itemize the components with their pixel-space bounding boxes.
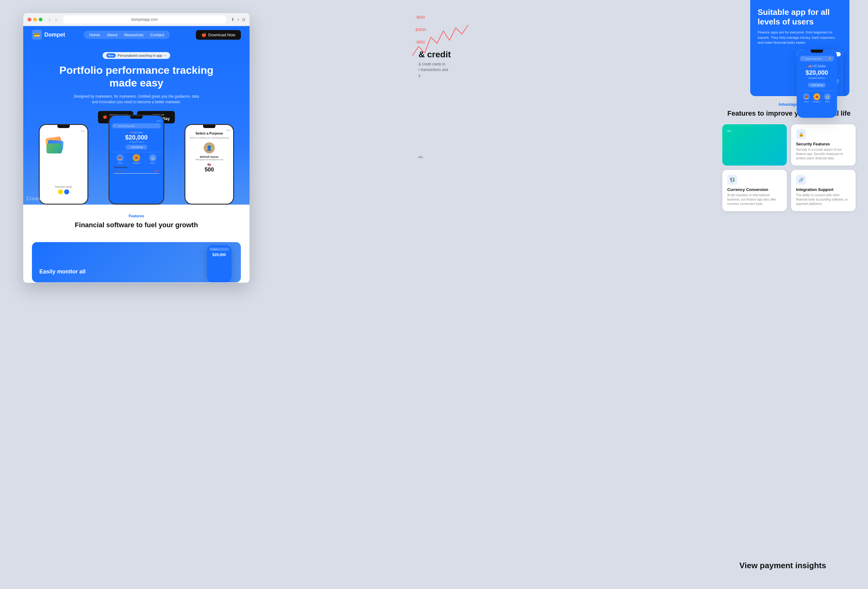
integration-desc: The ability to connect with other financ… — [796, 193, 851, 206]
hero-section: New Personalized coaching in-app → Portf… — [23, 43, 249, 205]
phone-balance-sub: Available Balance — [112, 141, 161, 143]
right-phone-notch — [810, 50, 823, 53]
hero-phone-left: 9:41 Payment Cards — [39, 124, 89, 205]
badge-new-tag: New — [106, 53, 116, 58]
fullscreen-dot[interactable] — [39, 18, 43, 21]
nav-resources[interactable]: Resources — [124, 32, 143, 37]
minimize-dot[interactable] — [33, 18, 37, 21]
profile-amount: 500 — [188, 167, 231, 173]
nav-contact[interactable]: Contact — [151, 32, 164, 37]
credit-desc: & credit cards tor transactions andy. — [418, 61, 451, 78]
monitor-feature-card: Easily monitor all 🔍 Search... $20,000 — [32, 242, 241, 282]
hero-phone-right: 9:41 Select a Purpose Select a Method fo… — [185, 124, 234, 205]
share-icon[interactable]: ⬆ — [231, 17, 235, 22]
nav-home[interactable]: Home — [89, 32, 100, 37]
profile-email: hello@youremail@gmail.com — [188, 158, 231, 161]
phone-balance-label: 🇺🇸 US Dollar — [112, 131, 161, 134]
currency-title: Currency Conversion — [727, 187, 782, 192]
features-title: Financial software to fuel your growth — [32, 221, 241, 230]
monitor-card-title: Easily monitor all — [39, 269, 233, 275]
security-title: Security Features — [796, 142, 851, 146]
phone-more-action[interactable]: 🏦 More — [149, 154, 156, 164]
currency-desc: At the travelers or international busine… — [727, 193, 782, 206]
address-bar[interactable]: dompetapp.com — [63, 16, 226, 24]
logo: 💳 Dompet — [32, 30, 65, 40]
phone-notch-center — [130, 116, 143, 119]
integration-title: Integration Support — [796, 187, 851, 192]
right-panel-phone: 🔍 Search Payment! 🔔 🇺🇸 US Dollar $20,000… — [797, 50, 837, 118]
suitable-desc: Finance apps are for everyone, from begi… — [758, 30, 842, 45]
integration-icon: 🔗 — [796, 175, 806, 185]
nav-about[interactable]: About — [107, 32, 118, 37]
right-panel: -$500 $3000 - -$900 Suitable app for all… — [409, 0, 868, 589]
suitable-title: Suitable app for all levels of users — [758, 7, 842, 27]
logo-text: Dompet — [44, 32, 65, 38]
hero-title: Portfolio performance tracking made easy — [53, 64, 220, 89]
apple-icon: 🍎 — [202, 32, 207, 37]
transaction-section: Transaction → Spending -$500 — [112, 164, 161, 174]
purpose-sub: Select a Method for Sending Money — [188, 136, 231, 139]
purpose-title: Select a Purpose — [188, 131, 231, 135]
right-more[interactable]: 🏦 More — [824, 93, 831, 103]
phone-request-action[interactable]: 📥 Request — [133, 154, 140, 164]
currency-icon: 💱 — [727, 175, 737, 185]
browser-nav: ‹ › — [47, 16, 58, 23]
feature-card-teal: ws. — [722, 124, 787, 165]
right-phone-actions: 📤 Send 📥 Request 🏦 More — [800, 90, 834, 103]
browser-toolbar: ‹ › dompetapp.com ⬆ + ⧉ — [23, 13, 249, 26]
features-tag: Features — [32, 214, 241, 218]
partial-text-ws: ws. — [418, 155, 424, 159]
right-phone-addmoney[interactable]: + Add Money — [808, 83, 825, 87]
feature-card-currency: 💱 Currency Conversion At the travelers o… — [722, 170, 787, 211]
phone-balance-value: $20,000 — [112, 134, 161, 141]
plus-icon[interactable]: + — [237, 17, 240, 22]
svg-text:$3000 -: $3000 - — [415, 28, 428, 32]
windows-icon[interactable]: ⧉ — [242, 17, 245, 22]
download-now-button[interactable]: 🍎 Download Now — [196, 30, 241, 40]
features-section: Features Financial software to fuel your… — [23, 205, 249, 236]
right-phone-flag: 🇺🇸 US Dollar — [800, 65, 834, 68]
feature-card-integration: 🔗 Integration Support The ability to con… — [791, 170, 856, 211]
bottom-card-area: Easily monitor all 🔍 Search... $20,000 — [23, 242, 249, 283]
transaction-item: Spending -$500 — [114, 169, 159, 174]
phone-search-bar: 🔍 Search Payment! — [112, 123, 161, 128]
right-send[interactable]: 📤 Send — [803, 93, 810, 103]
advantages-section: Advantages Features to improve your fina… — [722, 102, 856, 211]
phone-actions: 📤 Send 📥 Request 🏦 More — [112, 152, 161, 164]
browser-action-icons: ⬆ + ⧉ — [231, 17, 245, 22]
forward-button[interactable]: › — [54, 16, 58, 23]
right-request[interactable]: 📥 Request — [813, 93, 820, 103]
svg-text:-$500: -$500 — [415, 15, 425, 19]
nav-links: Home About Resources Contact — [84, 31, 170, 39]
feature-cards-grid: ws. 🔒 Security Features Security is a cr… — [722, 124, 856, 211]
back-button[interactable]: ‹ — [47, 16, 52, 23]
site-navigation: 💳 Dompet Home About Resources Contact 🍎 … — [23, 26, 249, 43]
hero-badge: New Personalized coaching in-app → — [103, 52, 170, 59]
credit-text-section: & credit & credit cards tor transactions… — [418, 50, 451, 78]
profile-avatar: 👤 — [204, 142, 215, 154]
credit-title: & credit — [418, 50, 451, 59]
url-text: dompetapp.com — [131, 17, 158, 22]
security-icon: 🔒 — [796, 129, 806, 139]
phone-send-action[interactable]: 📤 Send — [116, 154, 124, 164]
svg-text:-$900: -$900 — [415, 40, 425, 44]
website-content: 💳 Dompet Home About Resources Contact 🍎 … — [23, 26, 249, 283]
create-text: Create your... — [27, 196, 58, 202]
phone-add-money[interactable]: + Add Money — [125, 145, 147, 149]
logo-icon: 💳 — [32, 30, 42, 40]
view-payment-title: View payment insights — [716, 561, 849, 570]
right-phone-search: 🔍 Search Payment! 🔔 — [800, 56, 834, 61]
browser-traffic-lights — [28, 18, 43, 21]
feature-card-phone: 🔍 Search... $20,000 — [207, 245, 232, 282]
phone-notch-left — [58, 125, 70, 128]
badge-text: Personalized coaching in-app → — [118, 54, 167, 58]
hero-subtitle: Designed by marketers, for marketers. Un… — [71, 94, 202, 105]
close-dot[interactable] — [28, 18, 31, 21]
right-phone-sub: Available Balance — [800, 77, 834, 79]
feature-card-security: 🔒 Security Features Security is a crucia… — [791, 124, 856, 165]
view-payment-section: View payment insights — [716, 561, 849, 570]
security-desc: Security is a crucial aspect of our fina… — [796, 148, 851, 161]
phone-notch-right — [203, 125, 216, 128]
right-phone-amount: $20,000 — [800, 69, 834, 76]
profile-name: Mehedi Hasan — [188, 155, 231, 158]
